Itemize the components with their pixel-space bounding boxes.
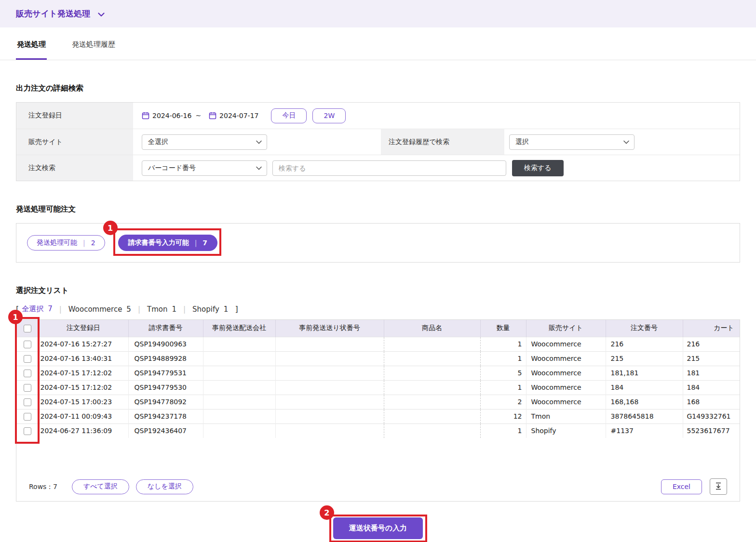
- orders-table-container: 1 注文登録日 請求書番号 事前発送配送会社 事前発送送り状番号 商品名: [16, 319, 740, 502]
- tab-shipping-history[interactable]: 発送処理履歴: [71, 27, 116, 60]
- site-filter-tmon-label: Tmon: [147, 305, 167, 314]
- row-checkbox[interactable]: [24, 355, 31, 363]
- site-filter-woocommerce[interactable]: Woocommerce 5: [68, 305, 131, 314]
- site-filter-all-label: 全選択: [22, 304, 43, 314]
- tracking-number-submit-button[interactable]: 運送状番号の入力: [333, 517, 423, 539]
- cell-date: 2024-07-16 15:27:27: [39, 337, 128, 351]
- select-all-button[interactable]: すべて選択: [72, 479, 129, 494]
- site-filter-shopify[interactable]: Shopify 1: [192, 305, 228, 314]
- cell-product: [384, 409, 480, 423]
- search-button[interactable]: 検索する: [512, 160, 564, 176]
- calendar-icon[interactable]: [209, 112, 216, 119]
- page-title-dropdown[interactable]: 販売サイト発送処理: [16, 8, 105, 19]
- row-checkbox[interactable]: [24, 341, 31, 348]
- order-date-label: 注文登録日: [16, 103, 133, 129]
- cell-carrier: [203, 423, 275, 438]
- column-header-site: 販売サイト: [526, 320, 606, 337]
- site-filter-tmon[interactable]: Tmon 1: [147, 305, 176, 314]
- site-filter-shopify-label: Shopify: [192, 305, 219, 314]
- cell-checkbox: [16, 423, 39, 438]
- site-filter-woocommerce-count: 5: [126, 305, 131, 314]
- date-from-field[interactable]: 2024-06-16: [152, 112, 191, 119]
- row-checkbox[interactable]: [24, 384, 31, 392]
- select-all-header-cell: [16, 320, 39, 337]
- cell-order-no: 216: [606, 337, 683, 351]
- cell-invoice: QSP192436407: [128, 423, 203, 438]
- cell-carrier: [203, 395, 275, 409]
- sales-site-select[interactable]: 全選択: [142, 134, 267, 150]
- cell-tracking: [275, 351, 384, 366]
- tab-shipping-label: 発送処理: [17, 40, 46, 49]
- cell-product: [384, 380, 480, 395]
- cell-order-no: 215: [606, 351, 683, 366]
- chevron-down-icon[interactable]: [98, 13, 105, 17]
- row-checkbox[interactable]: [24, 370, 31, 377]
- cell-product: [384, 366, 480, 380]
- divider: |: [59, 305, 62, 314]
- cell-site: Shopify: [526, 423, 606, 438]
- row-checkbox[interactable]: [24, 398, 31, 406]
- search-type-select[interactable]: バーコード番号: [142, 160, 267, 176]
- site-filter-all[interactable]: 全選択 7: [22, 304, 53, 314]
- table-row[interactable]: 2024-07-16 15:27:27 QSP194900963 1 Wooco…: [16, 337, 740, 351]
- cell-qty: 1: [480, 337, 526, 351]
- cell-invoice: QSP194779530: [128, 380, 203, 395]
- calendar-icon[interactable]: [142, 112, 149, 119]
- row-checkbox[interactable]: [24, 427, 31, 435]
- cell-date: 2024-07-16 13:40:31: [39, 351, 128, 366]
- divider: |: [138, 305, 140, 314]
- order-history-select-value: 選択: [515, 138, 529, 146]
- shippable-filter-button[interactable]: 発送処理可能 | 2: [27, 235, 105, 251]
- column-header-invoice: 請求書番号: [128, 320, 203, 337]
- cell-invoice: QSP194237178: [128, 409, 203, 423]
- site-filter-shopify-count: 1: [224, 305, 229, 314]
- column-header-carrier: 事前発送配送会社: [203, 320, 275, 337]
- cell-cart: 216: [683, 337, 740, 351]
- table-row[interactable]: 2024-07-15 17:00:23 QSP194778092 2 Wooco…: [16, 395, 740, 409]
- table-header-row: 注文登録日 請求書番号 事前発送配送会社 事前発送送り状番号 商品名 数量 販売…: [16, 320, 740, 337]
- site-filter-tmon-count: 1: [172, 305, 176, 314]
- search-input[interactable]: [272, 160, 506, 176]
- invoice-ready-filter-button[interactable]: 請求書番号入力可能 | 7: [118, 235, 217, 251]
- date-to-field[interactable]: 2024-07-17: [219, 112, 258, 119]
- table-row[interactable]: 2024-07-11 00:09:43 QSP194237178 12 Tmon…: [16, 409, 740, 423]
- cell-site: Woocommerce: [526, 337, 606, 351]
- order-date-row: 注文登録日 2024-06-16 ~ 2024-07-17 今日 2W: [16, 103, 740, 129]
- cell-tracking: [275, 423, 384, 438]
- cell-product: [384, 423, 480, 438]
- site-filter-bar: [ 全選択 7 | Woocommerce 5 | Tmon 1 | Shopi…: [16, 304, 740, 314]
- cell-site: Woocommerce: [526, 366, 606, 380]
- cell-carrier: [203, 380, 275, 395]
- tab-shipping[interactable]: 発送処理: [16, 27, 47, 60]
- select-all-checkbox[interactable]: [24, 325, 31, 332]
- bracket-open: [: [16, 304, 19, 314]
- row-checkbox[interactable]: [24, 413, 31, 421]
- two-weeks-button[interactable]: 2W: [312, 108, 346, 123]
- excel-export-button[interactable]: Excel: [661, 479, 702, 494]
- cell-checkbox: [16, 409, 39, 423]
- today-button[interactable]: 今日: [271, 108, 307, 123]
- cell-qty: 1: [480, 351, 526, 366]
- main-content: 出力注文の詳細検索 注文登録日 2024-06-16 ~ 2024-07-17 …: [0, 83, 756, 539]
- available-orders-heading: 発送処理可能注文: [16, 204, 740, 214]
- orders-table-scroll: 注文登録日 請求書番号 事前発送配送会社 事前発送送り状番号 商品名 数量 販売…: [16, 320, 740, 438]
- table-row[interactable]: 2024-07-15 17:12:02 QSP194779530 1 Wooco…: [16, 380, 740, 395]
- download-button[interactable]: [710, 478, 727, 495]
- table-row[interactable]: 2024-06-27 11:36:09 QSP192436407 1 Shopi…: [16, 423, 740, 438]
- app-header: 販売サイト発送処理: [0, 0, 756, 27]
- cell-order-no: 184: [606, 380, 683, 395]
- invoice-ready-annotated-group: 1 請求書番号入力可能 | 7: [118, 235, 217, 251]
- cell-qty: 5: [480, 366, 526, 380]
- cell-tracking: [275, 337, 384, 351]
- cell-carrier: [203, 366, 275, 380]
- cell-cart: 181: [683, 366, 740, 380]
- cell-product: [384, 395, 480, 409]
- order-history-label: 注文登録履歴で検索: [381, 129, 504, 155]
- order-history-select[interactable]: 選択: [509, 134, 634, 150]
- cell-product: [384, 351, 480, 366]
- select-none-button[interactable]: なしを選択: [136, 479, 193, 494]
- table-row[interactable]: 2024-07-15 17:12:02 QSP194779531 5 Wooco…: [16, 366, 740, 380]
- cell-order-no: 3878645818: [606, 409, 683, 423]
- table-row[interactable]: 2024-07-16 13:40:31 QSP194889928 1 Wooco…: [16, 351, 740, 366]
- cell-site: Tmon: [526, 409, 606, 423]
